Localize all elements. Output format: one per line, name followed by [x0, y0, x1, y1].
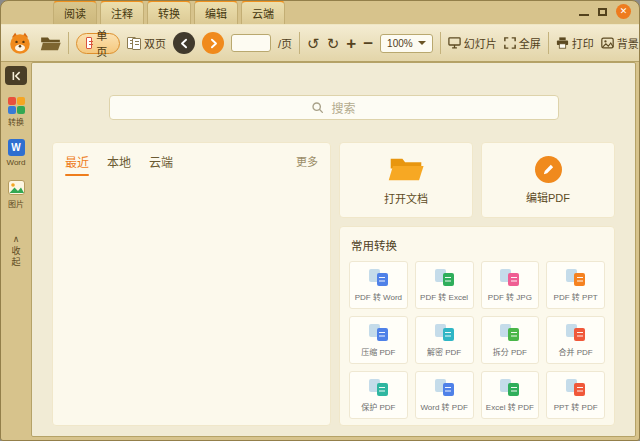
open-file-button[interactable]	[40, 35, 61, 52]
tile-split-pdf[interactable]: 拆分 PDF	[481, 316, 540, 364]
conversion-icon	[500, 269, 519, 286]
zoom-in-icon[interactable]: +	[346, 35, 356, 52]
edit-pdf-label: 编辑PDF	[526, 189, 570, 205]
tab-recent[interactable]: 最近	[65, 153, 89, 176]
word-icon: W	[8, 139, 25, 156]
quick-actions: 打开文档 编辑PDF	[339, 142, 615, 218]
tile-pdf-to-word[interactable]: PDF 转 Word	[349, 261, 408, 309]
tab-local[interactable]: 本地	[107, 153, 131, 170]
print-icon	[556, 37, 569, 49]
sidebar-item-image[interactable]: 图片	[8, 179, 25, 209]
tile-word-to-pdf[interactable]: Word 转 PDF	[415, 371, 474, 419]
conversion-icon	[566, 379, 585, 396]
main-area: 搜索 最近 本地 云端 更多	[31, 62, 636, 437]
edit-pdf-card[interactable]: 编辑PDF	[481, 142, 615, 218]
arrow-right-icon	[206, 36, 221, 51]
open-document-label: 打开文档	[384, 190, 428, 206]
background-label: 背景	[617, 35, 639, 51]
open-folder-icon	[388, 155, 424, 184]
tab-read[interactable]: 阅读	[53, 0, 97, 24]
maximize-icon	[598, 8, 607, 16]
content: 最近 本地 云端 更多	[32, 120, 635, 436]
print-button[interactable]: 打印	[556, 35, 594, 51]
open-document-card[interactable]: 打开文档	[339, 142, 473, 218]
left-sidebar: 转换 W Word 图片 ∧ 收起	[1, 62, 31, 437]
tile-compress-pdf[interactable]: 压缩 PDF	[349, 316, 408, 364]
conversion-icon	[369, 269, 388, 286]
tab-cloud-files[interactable]: 云端	[149, 153, 173, 170]
arrow-left-icon	[177, 36, 192, 51]
slideshow-label: 幻灯片	[464, 35, 497, 51]
more-link[interactable]: 更多	[296, 153, 318, 169]
maximize-button[interactable]	[598, 8, 607, 16]
tile-merge-pdf[interactable]: 合并 PDF	[546, 316, 605, 364]
ribbon-tabs: 阅读 注释 转换 编辑 云端	[53, 0, 285, 24]
tile-pdf-to-jpg[interactable]: PDF 转 JPG	[481, 261, 540, 309]
single-page-icon	[86, 37, 92, 49]
edit-pencil-icon	[535, 156, 562, 183]
conversion-icon	[435, 379, 454, 396]
sidebar-item-convert[interactable]: 转换	[8, 97, 25, 127]
divider	[440, 32, 441, 54]
tile-pdf-to-ppt[interactable]: PDF 转 PPT	[546, 261, 605, 309]
sidebar-item-label: 转换	[8, 116, 24, 127]
divider	[548, 32, 549, 54]
conversion-icon	[369, 379, 388, 396]
minimize-button[interactable]	[579, 8, 589, 16]
zoom-value: 100%	[387, 38, 413, 49]
app-logo-icon	[7, 30, 33, 56]
print-label: 打印	[572, 35, 594, 51]
chevron-down-icon	[418, 41, 426, 45]
search-input[interactable]: 搜索	[109, 95, 559, 120]
convert-icon	[8, 97, 25, 114]
double-page-button[interactable]: 双页	[127, 35, 166, 51]
zoom-out-icon[interactable]: −	[363, 35, 373, 52]
fullscreen-icon	[504, 37, 516, 49]
single-page-label: 单页	[96, 27, 110, 59]
divider	[299, 32, 300, 54]
background-icon	[601, 37, 614, 49]
slideshow-icon	[448, 37, 461, 49]
tile-decrypt-pdf[interactable]: 解密 PDF	[415, 316, 474, 364]
next-page-button[interactable]	[202, 32, 224, 54]
toolbar: 单页 双页 /页 ↺ ↻ + − 100% 幻灯片	[1, 24, 639, 62]
tab-edit[interactable]: 编辑	[194, 0, 238, 24]
double-page-label: 双页	[144, 35, 166, 51]
tile-ppt-to-pdf[interactable]: PPT 转 PDF	[546, 371, 605, 419]
file-list-empty	[65, 176, 318, 415]
tile-protect-pdf[interactable]: 保护 PDF	[349, 371, 408, 419]
tile-excel-to-pdf[interactable]: Excel 转 PDF	[481, 371, 540, 419]
collapse-panel-button[interactable]	[5, 66, 27, 85]
zoom-select[interactable]: 100%	[380, 34, 433, 53]
conversion-icon	[500, 324, 519, 341]
window-controls: ✕	[579, 4, 631, 19]
conversions-grid: PDF 转 Word PDF 转 Excel PDF 转 JPG	[349, 261, 605, 419]
sidebar-item-word[interactable]: W Word	[7, 139, 26, 167]
single-page-button[interactable]: 单页	[76, 33, 120, 54]
fullscreen-label: 全屏	[519, 35, 541, 51]
conversion-icon	[500, 379, 519, 396]
body: 转换 W Word 图片 ∧ 收起	[1, 62, 639, 440]
previous-page-button[interactable]	[173, 32, 195, 54]
tab-annotate[interactable]: 注释	[100, 0, 144, 24]
redo-icon[interactable]: ↻	[327, 36, 340, 51]
page-number-input[interactable]	[231, 34, 271, 52]
conversions-title: 常用转换	[351, 237, 605, 253]
undo-icon[interactable]: ↺	[307, 36, 320, 51]
minimize-icon	[579, 14, 589, 16]
sidebar-collapse-toggle[interactable]: ∧ 收起	[10, 235, 23, 268]
search-icon	[311, 101, 324, 114]
close-button[interactable]: ✕	[616, 4, 631, 19]
conversion-icon	[435, 269, 454, 286]
search-bar-row: 搜索	[32, 63, 635, 120]
background-button[interactable]: 背景	[601, 35, 639, 51]
sidebar-item-label: 图片	[8, 198, 24, 209]
right-column: 打开文档 编辑PDF 常用转换	[339, 142, 615, 426]
divider	[68, 32, 69, 54]
tab-cloud[interactable]: 云端	[241, 0, 285, 24]
tab-convert[interactable]: 转换	[147, 0, 191, 24]
slideshow-button[interactable]: 幻灯片	[448, 35, 497, 51]
conversion-icon	[566, 269, 585, 286]
tile-pdf-to-excel[interactable]: PDF 转 Excel	[415, 261, 474, 309]
fullscreen-button[interactable]: 全屏	[504, 35, 541, 51]
